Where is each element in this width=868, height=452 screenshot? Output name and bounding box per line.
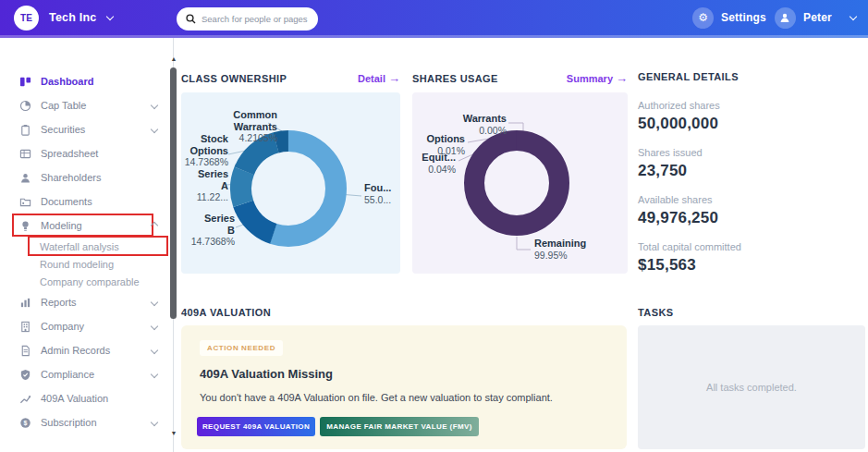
sidebar-item-reports[interactable]: Reports [0, 290, 170, 314]
tasks-empty-message: All tasks completed. [706, 382, 797, 393]
manage-fmv-button[interactable]: MANAGE FAIR MARKET VALUE (FMV) [320, 417, 479, 436]
chevron-down-icon [151, 371, 158, 378]
search-input[interactable] [202, 14, 309, 24]
class-ownership-panel: Common Warrants 4.2105% Stock Options 14… [181, 92, 400, 274]
callout-stock-options: Stock Options 14.7368% [185, 133, 228, 167]
scroll-up-arrow-icon[interactable]: ▲ [169, 55, 178, 63]
chevron-down-icon [151, 126, 158, 133]
folder-icon [18, 195, 32, 209]
gear-icon: ⚙ [692, 7, 714, 29]
sidebar-item-cap-table[interactable]: Cap Table [0, 93, 170, 117]
arrow-right-icon: → [616, 71, 628, 85]
valuation-409a-title: 409A VALUATION [181, 307, 271, 318]
building-icon [18, 320, 32, 334]
callout-warrants: Warrants 0.00% [463, 113, 507, 136]
sidebar-item-shareholders[interactable]: Shareholders [0, 165, 170, 189]
chevron-down-icon [151, 299, 158, 306]
sidebar-item-spreadsheet[interactable]: Spreadsheet [0, 141, 170, 165]
scroll-down-arrow-icon[interactable]: ▼ [169, 430, 178, 437]
company-name[interactable]: Tech Inc [49, 11, 96, 24]
general-details-title: GENERAL DETAILS [638, 71, 739, 82]
user-avatar-icon [775, 7, 796, 29]
person-icon [18, 171, 32, 185]
detail-authorized-shares: Authorized shares 50,000,000 [638, 100, 868, 133]
chevron-down-icon [151, 323, 158, 330]
settings-label: Settings [721, 11, 766, 24]
detail-available-shares: Available shares 49,976,250 [638, 194, 868, 227]
sidebar-item-subscription[interactable]: $ Subscription [0, 410, 170, 434]
chevron-down-icon [151, 419, 158, 426]
shares-usage-donut-chart [412, 92, 628, 274]
settings-button[interactable]: ⚙ Settings [692, 7, 766, 29]
valuation-missing-message: You don't have a 409A Valuation on file.… [200, 392, 553, 403]
tasks-panel: All tasks completed. [638, 325, 865, 449]
scrollbar-thumb[interactable] [170, 67, 177, 319]
chevron-down-icon [850, 13, 857, 20]
sidebar-item-409a-valuation[interactable]: 409A Valuation [0, 386, 170, 410]
trend-chart-icon [18, 392, 32, 406]
sidebar-item-documents[interactable]: Documents [0, 189, 170, 214]
tasks-title: TASKS [638, 307, 673, 318]
callout-series-b: Series B 14.7368% [191, 213, 235, 247]
top-navbar: TE Tech Inc ⚙ Settings Pet [0, 0, 868, 38]
user-menu[interactable]: Peter [775, 7, 856, 29]
general-details-panel: Authorized shares 50,000,000 Shares issu… [638, 92, 868, 288]
dashboard-icon [18, 75, 32, 89]
app-window: TE Tech Inc ⚙ Settings Pet [0, 0, 868, 452]
scrollbar: ▲ ▼ [169, 38, 178, 452]
user-name: Peter [803, 11, 832, 24]
callout-remaining: Remaining 99.95% [534, 238, 586, 261]
shares-usage-title: SHARES USAGE [412, 73, 498, 84]
sidebar-subitem-waterfall-analysis[interactable]: Waterfall analysis [0, 238, 170, 255]
clipboard-icon [18, 123, 32, 137]
pie-chart-icon [18, 99, 32, 113]
search-icon [186, 14, 196, 24]
svg-text:$: $ [24, 419, 28, 426]
spreadsheet-icon [18, 147, 32, 161]
callout-series-a: Series A 11.22... [197, 168, 228, 202]
valuation-missing-heading: 409A Valuation Missing [200, 367, 333, 381]
main-content: CLASS OWNERSHIP Detail → SHARES USAGE Su… [181, 38, 868, 452]
lightbulb-icon [18, 219, 32, 233]
bar-chart-icon [18, 296, 32, 310]
shield-icon [18, 368, 32, 382]
shares-usage-summary-link[interactable]: Summary → [567, 71, 628, 85]
sidebar: Dashboard Cap Table Securities Spreadshe… [0, 38, 170, 452]
chevron-down-icon [151, 102, 158, 109]
chevron-down-icon [151, 347, 158, 354]
highlight-box-modeling [12, 214, 153, 237]
dollar-circle-icon: $ [18, 416, 32, 430]
chevron-up-icon [151, 222, 158, 229]
callout-equity: Equit... 0.04% [422, 152, 456, 175]
sidebar-item-compliance[interactable]: Compliance [0, 362, 170, 386]
sidebar-item-admin-records[interactable]: Admin Records [0, 338, 170, 362]
sidebar-item-company[interactable]: Company [0, 314, 170, 338]
shares-usage-panel: Warrants 0.00% Options 0.01% Equit... 0.… [412, 92, 628, 274]
document-icon [18, 344, 32, 358]
detail-shares-issued: Shares issued 23,750 [638, 147, 868, 180]
sidebar-item-modeling[interactable]: Modeling [0, 214, 170, 238]
sidebar-item-dashboard[interactable]: Dashboard [0, 69, 170, 93]
sidebar-subitem-round-modeling[interactable]: Round modeling [0, 255, 170, 273]
action-needed-badge: ACTION NEEDED [200, 340, 283, 356]
sidebar-item-securities[interactable]: Securities [0, 117, 170, 141]
class-ownership-detail-link[interactable]: Detail → [358, 71, 400, 85]
company-avatar[interactable]: TE [14, 6, 39, 31]
request-409a-valuation-button[interactable]: REQUEST 409A VALUATION [197, 417, 315, 436]
valuation-409a-panel: ACTION NEEDED 409A Valuation Missing You… [181, 325, 627, 449]
callout-common-warrants: Common Warrants 4.2105% [233, 109, 277, 143]
search-bar[interactable] [177, 7, 318, 31]
callout-founders: Fou... 55.0... [364, 182, 391, 205]
class-ownership-title: CLASS OWNERSHIP [181, 73, 287, 84]
sidebar-subitem-company-comparable[interactable]: Company comparable [0, 273, 170, 290]
detail-total-capital: Total capital committed $15,563 [638, 241, 868, 275]
arrow-right-icon: → [388, 71, 400, 85]
chevron-down-icon[interactable] [106, 13, 114, 20]
